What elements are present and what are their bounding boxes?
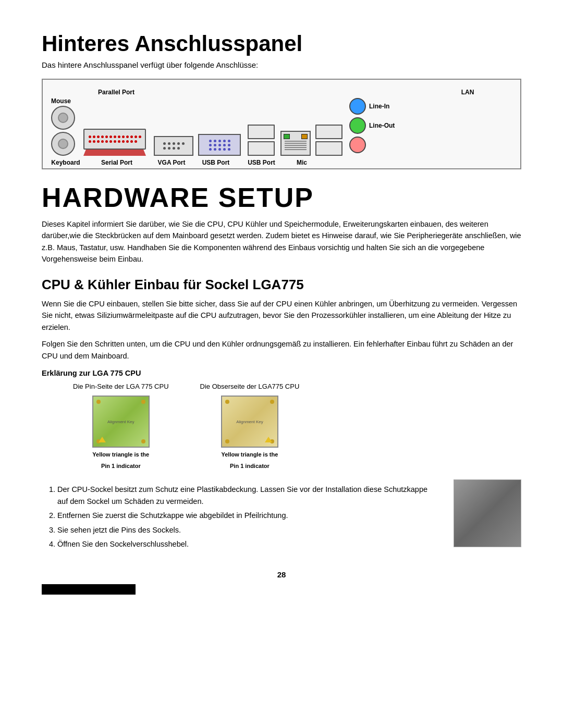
mic-port	[349, 137, 366, 153]
cpu-obs-side-image: Alignment Key	[221, 396, 278, 448]
usb-port-2	[315, 125, 342, 156]
installation-steps: Der CPU-Sockel besitzt zum Schutz eine P…	[42, 479, 521, 554]
cpu-section-title: CPU & Kühler Einbau für Sockel LGA775	[42, 277, 521, 293]
page-number: 28	[42, 570, 521, 579]
cpu-obs-side-label: Die Obserseite der LGA775 CPU	[200, 382, 300, 390]
page-title: Hinteres Anschlusspanel	[42, 31, 521, 56]
usb-port-2-label: USB Port	[248, 159, 275, 166]
cpu-subsection-title: Erklärung zur LGA 775 CPU	[42, 369, 521, 377]
cpu-pin-caption-2: Pin 1 indicator	[101, 462, 141, 470]
hw-intro: Dieses Kapitel informiert Sie darüber, w…	[42, 218, 521, 265]
line-out-label: Line-Out	[369, 122, 395, 129]
page-subtitle: Das hintere Anschlusspanel verfügt über …	[42, 60, 521, 69]
line-out-port: Line-Out	[349, 117, 395, 134]
black-bar	[42, 584, 136, 595]
step-3: Sie sehen jetzt die Pins des Sockels.	[57, 524, 438, 536]
step-2: Entfernen Sie zuerst die Schutzkappe wie…	[57, 510, 438, 522]
keyboard-label: Keyboard	[51, 159, 80, 166]
lan-port	[280, 131, 311, 156]
cpu-pin-side-block: Die Pin-Seite der LGA 775 CPU Alignment …	[73, 382, 169, 470]
lan-label: LAN	[461, 89, 474, 96]
cpu-obs-caption-1: Yellow triangle is the	[222, 451, 278, 459]
cpu-images-row: Die Pin-Seite der LGA 775 CPU Alignment …	[73, 382, 521, 470]
diagram-container: Parallel Port LAN Mouse	[42, 79, 521, 169]
line-in-label: Line-In	[369, 103, 389, 110]
cpu-obs-side-block: Die Obserseite der LGA775 CPU Alignment …	[200, 382, 300, 470]
line-in-port: Line-In	[349, 98, 389, 115]
mic-label: Mic	[297, 159, 307, 166]
cpu-intro-2: Folgen Sie den Schritten unten, um die C…	[42, 338, 521, 362]
parallel-port-connector	[83, 129, 146, 156]
cpu-pin-side-label: Die Pin-Seite der LGA 775 CPU	[73, 382, 169, 390]
hw-title: HARDWARE SETUP	[42, 182, 521, 213]
installation-photo	[454, 479, 521, 547]
parallel-port-label: Parallel Port	[98, 89, 134, 96]
cpu-pin-side-image: Alignment Key	[92, 396, 150, 448]
cpu-pin-caption-1: Yellow triangle is the	[92, 451, 149, 459]
step-4: Öffnen Sie den Sockelverschlusshebel.	[57, 538, 438, 550]
cpu-obs-caption-2: Pin 1 indicator	[230, 462, 270, 470]
vga-port-label: VGA Port	[158, 159, 186, 166]
serial-port-label: Serial Port	[101, 159, 132, 166]
ps2-keyboard-port	[51, 132, 75, 156]
step-1: Der CPU-Sockel besitzt zum Schutz eine P…	[57, 484, 438, 508]
cpu-intro-1: Wenn Sie die CPU einbauen, stellen Sie b…	[42, 298, 521, 333]
usb-port-1-label: USB Port	[202, 159, 230, 166]
serial-port-connector	[154, 136, 193, 156]
vga-port-connector	[198, 134, 241, 156]
ps2-mouse-port	[51, 106, 75, 130]
usb-port-1	[248, 125, 275, 156]
steps-list: Der CPU-Sockel besitzt zum Schutz eine P…	[57, 484, 438, 550]
mouse-label: Mouse	[51, 97, 71, 105]
